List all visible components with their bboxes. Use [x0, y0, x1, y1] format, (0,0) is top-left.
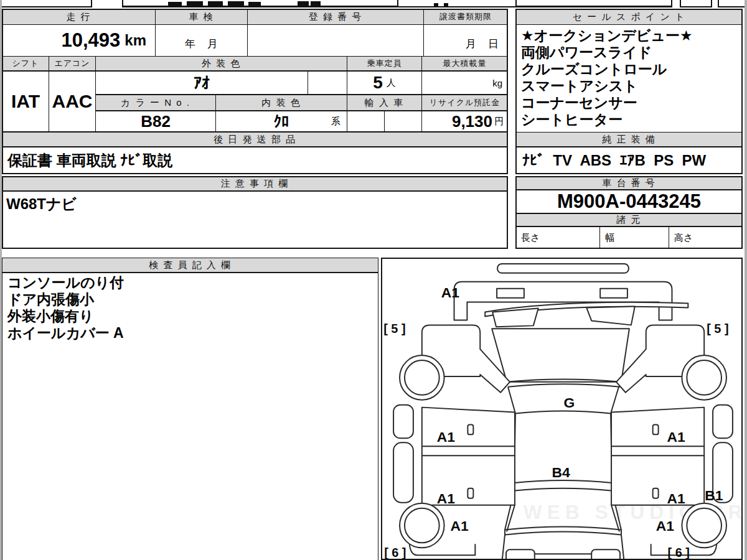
- damage-label-rear-right-fender: A1: [656, 518, 675, 534]
- later-parts-header: 後 日 発 送 部 品: [2, 132, 508, 147]
- left-rocker-upper: [393, 405, 413, 439]
- max-load-value: kg: [421, 71, 508, 95]
- sales-point-item: コーナーセンサー: [521, 95, 742, 111]
- recycle-deposit-unit: 円: [494, 116, 504, 128]
- damage-label-front-right-door: A1: [667, 429, 686, 445]
- exterior-color-header: 外 装 色: [95, 56, 347, 71]
- damage-label-rear-left-door: A1: [437, 490, 456, 506]
- damage-label-cowl: G: [563, 394, 575, 411]
- genuine-equipment-value: ﾅﾋﾞ TV ABS ｴｱB PS PW: [515, 147, 743, 174]
- capacity-number: 5: [373, 73, 383, 93]
- rear-bumper-right: [591, 549, 620, 560]
- exterior-color-value: ｱｵ: [95, 71, 308, 95]
- registration-header: 登 録 番 号: [247, 9, 424, 25]
- inspector-notes-header: 検 査 員 記 入 欄: [2, 258, 378, 273]
- spec-width-cell: 幅: [599, 226, 669, 249]
- spec-width-label: 幅: [605, 232, 614, 244]
- section-label-front-left: [ 5 ]: [383, 322, 405, 335]
- hood-vent-right: [600, 289, 627, 298]
- inspector-note-item: ホイールカバー A: [7, 325, 378, 342]
- wiper-right: [586, 307, 635, 325]
- inspector-note-item: 外装小傷有り: [7, 308, 378, 325]
- shift-header: シフト: [2, 56, 49, 71]
- transfer-deadline-value: 月 日: [423, 24, 508, 57]
- sales-points-list: ★オークションデビュー★ 両側パワースライド クルーズコントロール スマートアシ…: [515, 24, 743, 133]
- capacity-value: 5 人: [347, 71, 422, 95]
- spec-length-label: 長さ: [521, 232, 540, 244]
- color-no-header: カ ラ ー N o .: [95, 95, 216, 111]
- import-car-cell-1: [347, 111, 385, 132]
- notes-value: W68Tナビ: [2, 191, 508, 249]
- chassis-header: 車 台 番 号: [515, 176, 743, 190]
- transfer-deadline-header: 譲渡書類期限: [423, 9, 508, 25]
- import-car-cell-2: [384, 111, 422, 132]
- section-label-rear-right: [ 6 ]: [668, 546, 690, 559]
- exterior-color-suffix-cell: [308, 71, 347, 95]
- interior-color-name: ｸﾛ: [274, 113, 289, 131]
- damage-label-hood: A1: [441, 284, 460, 301]
- damage-label-rear-right-door: A1: [667, 490, 686, 506]
- windshield-shape: [492, 329, 629, 382]
- interior-color-header: 内 装 色: [215, 95, 347, 111]
- interior-color-value: ｸﾛ 系: [215, 111, 347, 132]
- section-label-rear-left: [ 6 ]: [384, 546, 406, 559]
- recycle-deposit-value: 9,130 円: [421, 111, 508, 132]
- genuine-equipment-header: 純 正 装 備: [515, 132, 743, 147]
- mileage-header: 走 行: [2, 9, 156, 25]
- damage-label-front-left-door: A1: [437, 429, 456, 445]
- right-page-edge: [745, 0, 747, 560]
- section-label-front-right: [ 5 ]: [707, 322, 728, 335]
- specs-header: 諸 元: [515, 213, 743, 226]
- spec-length-cell: 長さ: [515, 226, 600, 249]
- recycle-deposit-header: リサイクル預託金: [421, 95, 508, 111]
- sales-point-item: シートヒーター: [521, 111, 742, 128]
- max-load-header: 最大積載量: [421, 56, 508, 71]
- damage-diagram-box: WEB STUDIO PRO: [381, 258, 743, 560]
- front-left-door-handle: [467, 424, 473, 434]
- registration-value: [247, 24, 424, 57]
- sales-point-item: スマートアシスト: [521, 78, 742, 95]
- import-car-header: 輸 入 車: [347, 95, 422, 111]
- sales-point-item: クルーズコントロール: [521, 61, 742, 78]
- spec-height-label: 高さ: [674, 232, 693, 244]
- auction-sheet: 走 行 車 検 登 録 番 号 譲渡書類期限 10,493 km 年 月 月 日…: [0, 0, 747, 560]
- damage-label-right-quarter: B1: [705, 487, 723, 503]
- damage-label-rear-left-fender: A1: [451, 518, 469, 534]
- aircon-value: AAC: [49, 71, 96, 132]
- later-parts-value: 保証書 車両取説 ﾅﾋﾞ取説: [2, 147, 508, 174]
- car-top-view-diagram: WEB STUDIO PRO: [382, 259, 743, 560]
- front-bumper-shape: [497, 264, 629, 273]
- rear-right-door-handle: [653, 488, 659, 498]
- mileage-number: 10,493: [61, 29, 120, 52]
- chassis-value: M900A-0443245: [515, 190, 743, 213]
- left-rocker-lower: [393, 442, 413, 502]
- wiper-left: [492, 309, 538, 327]
- color-no-value: B82: [95, 111, 216, 132]
- capacity-unit: 人: [387, 77, 396, 89]
- sales-points-header: セ ー ル ス ポ イ ン ト: [515, 9, 743, 25]
- inspector-note-item: コンソールのり付: [7, 274, 378, 291]
- capacity-header: 乗車定員: [347, 56, 422, 71]
- interior-color-suffix: 系: [331, 116, 341, 128]
- max-load-unit: kg: [492, 78, 502, 88]
- mileage-value: 10,493 km: [2, 24, 156, 57]
- spec-height-cell: 高さ: [669, 226, 743, 249]
- rear-window-band: [505, 527, 621, 535]
- mileage-unit: km: [125, 32, 146, 49]
- rear-bumper-left: [506, 549, 535, 560]
- hood-vent-left: [497, 289, 524, 298]
- rear-left-door-handle: [467, 488, 473, 498]
- sales-point-item: ★オークションデビュー★: [521, 27, 742, 44]
- recycle-deposit-number: 9,130: [452, 112, 492, 131]
- shift-value: IAT: [2, 71, 49, 132]
- shaken-value: 年 月: [155, 24, 248, 57]
- inspector-note-item: ドア内張傷小: [7, 291, 378, 308]
- sales-point-item: 両側パワースライド: [521, 44, 742, 61]
- right-rocker-upper: [713, 405, 733, 439]
- aircon-header: エアコン: [49, 56, 96, 71]
- shaken-header: 車 検: [155, 9, 248, 25]
- damage-label-roof: B4: [552, 464, 571, 480]
- inspector-notes-list: コンソールのり付 ドア内張傷小 外装小傷有り ホイールカバー A: [2, 273, 378, 560]
- notes-header: 注 意 事 項 欄: [2, 176, 508, 191]
- front-right-door-handle: [653, 424, 659, 434]
